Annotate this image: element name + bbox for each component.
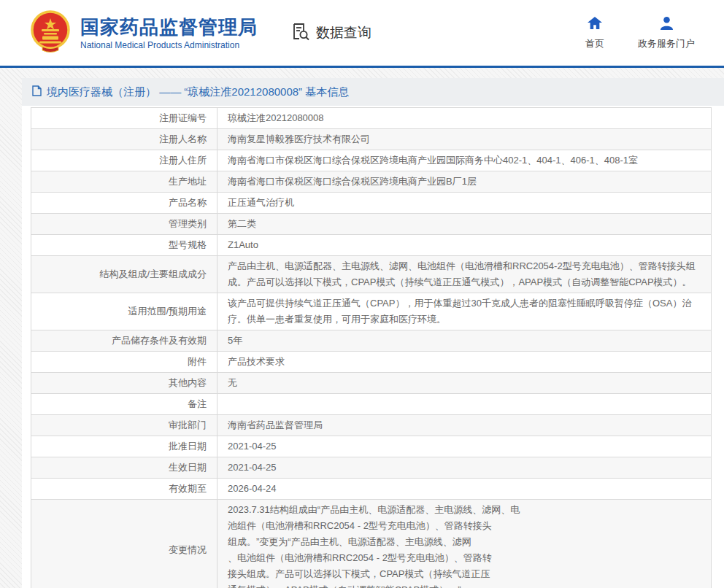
row-label: 备注 <box>31 394 217 415</box>
row-label: 变更情况 <box>31 500 217 588</box>
table-wrap: 注册证编号琼械注准20212080008注册人名称海南复星博毅雅医疗技术有限公司… <box>22 106 724 588</box>
page: 国家药品监督管理局 National Medical Products Admi… <box>0 0 724 588</box>
row-label: 管理类别 <box>31 214 217 235</box>
document-icon <box>32 85 42 98</box>
table-row: 管理类别第二类 <box>31 214 712 235</box>
row-label: 产品储存条件及有效期 <box>31 330 217 352</box>
table-row: 备注 <box>31 394 712 415</box>
table-row: 生产地址海南省海口市保税区海口综合保税区跨境电商产业园B厂1层 <box>31 171 712 193</box>
user-icon <box>659 16 674 33</box>
row-value: 该产品可提供持续气道正压通气（CPAP），用于体重超过30千克成人患者的阻塞性睡… <box>217 293 712 330</box>
row-label: 批准日期 <box>31 436 217 457</box>
row-label: 审批部门 <box>31 415 217 436</box>
table-row: 批准日期2021-04-25 <box>31 436 712 457</box>
row-label: 生效日期 <box>31 457 217 479</box>
table-row: 其他内容无 <box>31 373 712 394</box>
table-row: 附件产品技术要求 <box>31 352 712 373</box>
row-label: 适用范围/预期用途 <box>31 293 217 330</box>
row-value: 产品由主机、电源适配器、主电源线、滤网、电池组件（电池滑槽和RRC2054-2型… <box>217 256 712 293</box>
row-label: 生产地址 <box>31 171 217 193</box>
brand: 国家药品监督管理局 National Medical Products Admi… <box>29 9 258 56</box>
row-value: 5年 <box>217 330 712 352</box>
row-value: 产品技术要求 <box>217 352 712 373</box>
table-row: 型号规格Z1Auto <box>31 235 712 256</box>
row-value: 琼械注准20212080008 <box>217 108 712 129</box>
table-row: 适用范围/预期用途该产品可提供持续气道正压通气（CPAP），用于体重超过30千克… <box>31 293 712 330</box>
top-right-nav: 首页 政务服务门户 <box>585 16 698 50</box>
row-label: 注册人名称 <box>31 129 217 150</box>
row-label: 附件 <box>31 352 217 373</box>
nav-portal[interactable]: 政务服务门户 <box>638 16 695 50</box>
table-row: 有效期至2026-04-24 <box>31 479 712 500</box>
brand-text: 国家药品监督管理局 National Medical Products Admi… <box>80 16 258 50</box>
row-label: 注册证编号 <box>31 108 217 129</box>
table-row: 产品名称正压通气治疗机 <box>31 193 712 214</box>
document-search-icon <box>291 22 310 44</box>
table-row: 注册证编号琼械注准20212080008 <box>31 108 712 129</box>
table-row: 产品储存条件及有效期5年 <box>31 330 712 352</box>
row-value: 第二类 <box>217 214 712 235</box>
row-value: 2026-04-24 <box>217 479 712 500</box>
row-label: 型号规格 <box>31 235 217 256</box>
info-table-body: 注册证编号琼械注准20212080008注册人名称海南复星博毅雅医疗技术有限公司… <box>31 108 712 588</box>
nav-portal-label: 政务服务门户 <box>638 37 695 50</box>
row-value: 2023.7.31结构组成由“产品由主机、电源适配器、主电源线、滤网、电 池组件… <box>217 500 712 588</box>
site-title-en: National Medical Products Administration <box>80 40 258 50</box>
row-label: 有效期至 <box>31 479 217 500</box>
breadcrumb: 境内医疗器械（注册） —— “琼械注准20212080008” 基本信息 <box>22 78 724 106</box>
nav-home[interactable]: 首页 <box>585 16 604 50</box>
row-label: 结构及组成/主要组成成分 <box>31 256 217 293</box>
table-row: 结构及组成/主要组成成分产品由主机、电源适配器、主电源线、滤网、电池组件（电池滑… <box>31 256 712 293</box>
row-value: Z1Auto <box>217 235 712 256</box>
row-value: 2021-04-25 <box>217 457 712 479</box>
table-row: 生效日期2021-04-25 <box>31 457 712 479</box>
table-row: 注册人名称海南复星博毅雅医疗技术有限公司 <box>31 129 712 150</box>
row-value: 2021-04-25 <box>217 436 712 457</box>
breadcrumb-text: 境内医疗器械（注册） —— “琼械注准20212080008” 基本信息 <box>47 85 349 99</box>
site-title-cn: 国家药品监督管理局 <box>80 16 258 38</box>
row-label: 产品名称 <box>31 193 217 214</box>
row-value: 海南省海口市保税区海口综合保税区跨境电商产业园国际商务中心402-1、404-1… <box>217 150 712 171</box>
row-value: 海南复星博毅雅医疗技术有限公司 <box>217 129 712 150</box>
registration-info-table: 注册证编号琼械注准20212080008注册人名称海南复星博毅雅医疗技术有限公司… <box>31 107 712 588</box>
content-panel: 境内医疗器械（注册） —— “琼械注准20212080008” 基本信息 注册证… <box>22 78 724 588</box>
row-value: 海南省海口市保税区海口综合保税区跨境电商产业园B厂1层 <box>217 171 712 193</box>
row-value: 海南省药品监督管理局 <box>217 415 712 436</box>
national-emblem-logo <box>29 9 72 56</box>
table-row: 注册人住所海南省海口市保税区海口综合保税区跨境电商产业园国际商务中心402-1、… <box>31 150 712 171</box>
row-label: 注册人住所 <box>31 150 217 171</box>
row-label: 其他内容 <box>31 373 217 394</box>
row-value <box>217 394 712 415</box>
row-value: 正压通气治疗机 <box>217 193 712 214</box>
home-icon <box>587 16 603 33</box>
table-row: 变更情况2023.7.31结构组成由“产品由主机、电源适配器、主电源线、滤网、电… <box>31 500 712 588</box>
data-query-label: 数据查询 <box>316 23 371 42</box>
data-query-nav[interactable]: 数据查询 <box>291 22 371 44</box>
site-header: 国家药品监督管理局 National Medical Products Admi… <box>0 0 724 68</box>
nav-home-label: 首页 <box>585 37 604 50</box>
table-row: 审批部门海南省药品监督管理局 <box>31 415 712 436</box>
row-value: 无 <box>217 373 712 394</box>
